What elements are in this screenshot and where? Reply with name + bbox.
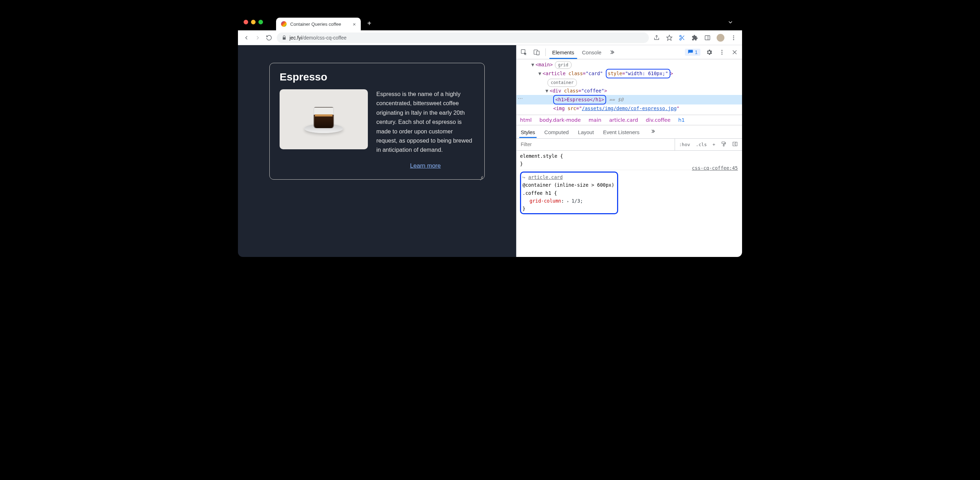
window-menu-icon[interactable] (727, 19, 733, 27)
tab-computed[interactable]: Computed (544, 129, 569, 138)
device-toolbar-icon[interactable] (533, 48, 541, 56)
favicon-icon (281, 21, 286, 27)
more-tabs-icon[interactable] (608, 48, 616, 56)
element-style-selector[interactable]: element.style { (520, 152, 738, 160)
rule-source-link[interactable]: css-cq-coffee:45 (692, 164, 738, 172)
issues-count: 1 (695, 49, 698, 55)
more-styles-tabs-icon[interactable] (650, 129, 655, 135)
selected-indicator: == $0 (609, 97, 624, 102)
crumb-div[interactable]: div.coffee (646, 117, 670, 123)
tab-title: Container Queries coffee (290, 22, 341, 27)
svg-rect-18 (722, 142, 725, 144)
styles-filter-row: :hov .cls + (517, 139, 742, 151)
svg-point-7 (733, 35, 734, 37)
reload-button[interactable] (266, 34, 272, 41)
svg-marker-0 (667, 35, 672, 40)
window-controls (243, 20, 263, 24)
share-icon[interactable] (653, 34, 660, 41)
row-actions-icon[interactable]: ⋯ (518, 95, 523, 103)
tab-styles[interactable]: Styles (521, 129, 535, 138)
learn-more-link[interactable]: Learn more (376, 162, 474, 169)
svg-point-13 (722, 50, 723, 51)
styles-filter-input[interactable] (517, 141, 675, 147)
paint-icon[interactable] (720, 141, 727, 148)
tab-strip: Container Queries coffee × + (238, 15, 742, 30)
url-host: jec.fyi (290, 35, 302, 41)
dom-selected-row[interactable]: ⋯<h1>Espresso</h1>== $0 (517, 95, 742, 105)
browser-window: Container Queries coffee × + jec.fyi/dem… (238, 15, 742, 257)
new-rule-button[interactable]: + (712, 142, 716, 147)
cls-toggle[interactable]: .cls (695, 142, 708, 147)
rule-value[interactable]: 1/3; (571, 198, 583, 203)
extensions-icon[interactable] (691, 34, 698, 41)
kebab-menu-icon[interactable] (730, 34, 737, 41)
lock-icon (282, 35, 286, 40)
highlight-style-attr: style="width: 610px;" (606, 69, 670, 78)
svg-rect-12 (536, 51, 539, 55)
dom-main[interactable]: <main> (536, 62, 553, 67)
rule-property[interactable]: grid-column (530, 198, 561, 203)
crumb-h1[interactable]: h1 (678, 117, 684, 123)
crumb-html[interactable]: html (520, 117, 531, 123)
svg-rect-19 (723, 145, 724, 146)
close-window-icon[interactable] (243, 20, 248, 24)
sidepanel-icon[interactable] (704, 34, 711, 41)
container-ref-link[interactable]: article.card (528, 174, 563, 180)
styles-pane-tabs: Styles Computed Layout Event Listeners (517, 125, 742, 139)
tab-event-listeners[interactable]: Event Listeners (603, 129, 640, 138)
svg-point-1 (679, 35, 681, 37)
svg-rect-5 (705, 36, 710, 40)
back-button[interactable] (243, 34, 250, 41)
address-bar[interactable]: jec.fyi/demo/css-cq-coffee (277, 32, 649, 43)
devtools-menu-icon[interactable] (718, 48, 726, 56)
scissors-icon[interactable] (679, 34, 686, 41)
tab-layout[interactable]: Layout (578, 129, 594, 138)
close-tab-icon[interactable]: × (353, 21, 356, 27)
profile-avatar[interactable] (717, 34, 724, 41)
crumb-main[interactable]: main (589, 117, 601, 123)
svg-point-2 (679, 38, 681, 40)
inspect-element-icon[interactable] (520, 48, 528, 56)
container-badge[interactable]: container (547, 79, 577, 86)
card-description: Espresso is the name of a highly concent… (376, 89, 474, 154)
dom-tree[interactable]: ▼<main>grid ▼<article class="card" style… (517, 59, 742, 115)
devtools-panel: Elements Console 1 ▼<main (516, 45, 742, 257)
coffee-card: Espresso Espresso is the name of a highl… (269, 63, 485, 180)
highlight-h1-node: <h1>Espresso</h1> (553, 95, 606, 105)
svg-point-14 (722, 51, 723, 52)
close-devtools-icon[interactable] (731, 48, 738, 56)
tab-console[interactable]: Console (581, 49, 603, 59)
tab-elements[interactable]: Elements (551, 49, 576, 59)
url-path: /demo/css-cq-coffee (302, 35, 347, 41)
settings-icon[interactable] (705, 48, 713, 56)
highlight-container-rule: ↪ article.card @container (inline-size >… (520, 172, 618, 214)
new-tab-button[interactable]: + (364, 18, 374, 28)
svg-point-9 (733, 39, 734, 40)
hov-toggle[interactable]: :hov (679, 142, 691, 147)
container-query: @container (inline-size > 600px) (522, 181, 614, 189)
toggle-sidebar-icon[interactable] (732, 141, 738, 148)
minimize-window-icon[interactable] (251, 20, 256, 24)
maximize-window-icon[interactable] (258, 20, 263, 24)
bookmark-icon[interactable] (666, 34, 673, 41)
grid-badge[interactable]: grid (555, 61, 571, 69)
svg-point-8 (733, 37, 734, 38)
card-heading: Espresso (280, 71, 474, 83)
img-src-link[interactable]: /assets/img/demo/cof-espresso.jpg (582, 105, 676, 111)
resize-handle-icon[interactable] (478, 173, 483, 178)
coffee-image (280, 89, 368, 149)
browser-tab[interactable]: Container Queries coffee × (276, 17, 361, 30)
devtools-toolbar: Elements Console 1 (517, 45, 742, 59)
rule-selector[interactable]: .coffee h1 { (522, 189, 614, 197)
styles-rules[interactable]: element.style { } ↪ article.card @contai… (517, 151, 742, 220)
dom-breadcrumb[interactable]: html body.dark-mode main article.card di… (517, 115, 742, 125)
crumb-body[interactable]: body.dark-mode (539, 117, 581, 123)
browser-toolbar: jec.fyi/demo/css-cq-coffee (238, 30, 742, 45)
svg-rect-20 (733, 142, 737, 146)
page-viewport: Espresso Espresso is the name of a highl… (238, 45, 516, 257)
svg-point-15 (722, 53, 723, 54)
crumb-article[interactable]: article.card (609, 117, 638, 123)
forward-button[interactable] (254, 34, 261, 41)
issues-badge[interactable]: 1 (685, 49, 700, 56)
